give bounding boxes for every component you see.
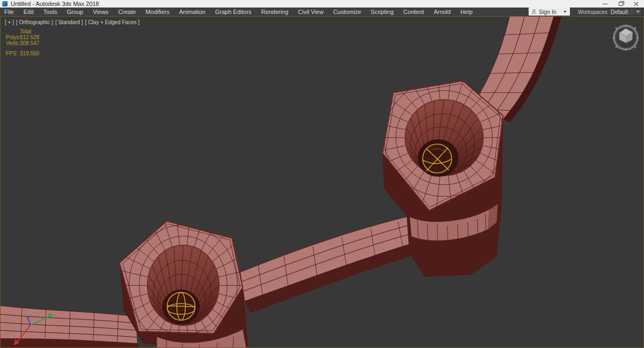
- menu-item-animation[interactable]: Animation: [174, 8, 210, 16]
- menu-item-civil-view[interactable]: Civil View: [293, 8, 328, 16]
- stats-fps-value: 319,550: [20, 50, 39, 56]
- chevron-down-icon: [636, 11, 640, 13]
- minimize-icon: [603, 4, 608, 4]
- workspaces-label: Workspaces:: [578, 9, 609, 16]
- restore-icon: [619, 2, 623, 6]
- model-bar-bottom-left[interactable]: [1, 306, 139, 347]
- viewport-menu-plus[interactable]: [ + ]: [5, 19, 14, 25]
- menu-item-edit[interactable]: Edit: [19, 8, 39, 16]
- minimize-button[interactable]: [597, 0, 613, 8]
- stats-fps-label: FPS:: [6, 50, 20, 56]
- model-sphere-lower[interactable]: [166, 292, 196, 322]
- user-icon: [531, 9, 537, 15]
- viewport-menu-standard[interactable]: [ Standard ]: [55, 19, 83, 25]
- title-bar: Untitled - Autodesk 3ds Max 2018: [0, 0, 644, 8]
- workspace-select[interactable]: Default: [608, 8, 642, 16]
- stats-verts-row: Verts: 308 547: [6, 40, 39, 46]
- window-controls: [597, 0, 644, 8]
- stats-total-label: Total: [20, 28, 31, 34]
- viewport-menu-view[interactable]: [ Orthographic ]: [16, 19, 53, 25]
- stats-polys-label: Polys:: [6, 34, 20, 40]
- menu-item-scripting[interactable]: Scripting: [366, 8, 399, 16]
- viewport-statistics: Total Polys: 612 528 Verts: 308 547 FPS:…: [6, 28, 39, 56]
- stats-total-row: Total: [6, 28, 39, 34]
- menu-item-group[interactable]: Group: [62, 8, 88, 16]
- sign-in-button[interactable]: Sign In: [529, 8, 570, 16]
- menu-item-content[interactable]: Content: [399, 8, 429, 16]
- model-bar-middle[interactable]: [240, 215, 427, 313]
- viewport[interactable]: [ + ] [ Orthographic ] [ Standard ] [ Cl…: [0, 16, 644, 348]
- view-cube-cube: [619, 28, 633, 43]
- stats-polys-row: Polys: 612 528: [6, 34, 39, 40]
- menu-bar: File Edit Tools Group Views Create Modif…: [0, 8, 644, 16]
- stats-verts-value: 308 547: [20, 40, 39, 46]
- view-cube[interactable]: [610, 22, 641, 53]
- menu-item-graph-editors[interactable]: Graph Editors: [210, 8, 257, 16]
- window-title: Untitled - Autodesk 3ds Max 2018: [11, 0, 99, 8]
- chevron-down-icon: [564, 11, 567, 13]
- sign-in-label: Sign In: [539, 9, 557, 15]
- menu-item-customize[interactable]: Customize: [328, 8, 366, 16]
- close-icon: [634, 2, 639, 6]
- viewport-label: [ + ] [ Orthographic ] [ Standard ] [ Cl…: [5, 19, 140, 25]
- restore-button[interactable]: [613, 0, 628, 8]
- stats-polys-value: 612 528: [20, 34, 39, 40]
- menu-item-help[interactable]: Help: [456, 8, 478, 16]
- menu-item-file[interactable]: File: [0, 8, 19, 16]
- menu-item-modifiers[interactable]: Modifiers: [141, 8, 174, 16]
- application-window: Untitled - Autodesk 3ds Max 2018 File Ed…: [0, 0, 644, 348]
- menu-item-create[interactable]: Create: [113, 8, 141, 16]
- stats-verts-label: Verts:: [6, 40, 20, 46]
- model-sphere-upper[interactable]: [422, 143, 453, 175]
- menu-item-tools[interactable]: Tools: [39, 8, 62, 16]
- scene-canvas[interactable]: [1, 17, 643, 347]
- app-icon: [2, 1, 8, 6]
- close-button[interactable]: [628, 0, 644, 8]
- stats-fps-row: FPS: 319,550: [6, 50, 39, 56]
- workspace-value: Default: [609, 9, 628, 15]
- menu-item-arnold[interactable]: Arnold: [429, 8, 456, 16]
- menu-item-rendering[interactable]: Rendering: [257, 8, 294, 16]
- viewport-menu-shading[interactable]: [ Clay + Edged Faces ]: [85, 19, 140, 25]
- menu-item-views[interactable]: Views: [88, 8, 113, 16]
